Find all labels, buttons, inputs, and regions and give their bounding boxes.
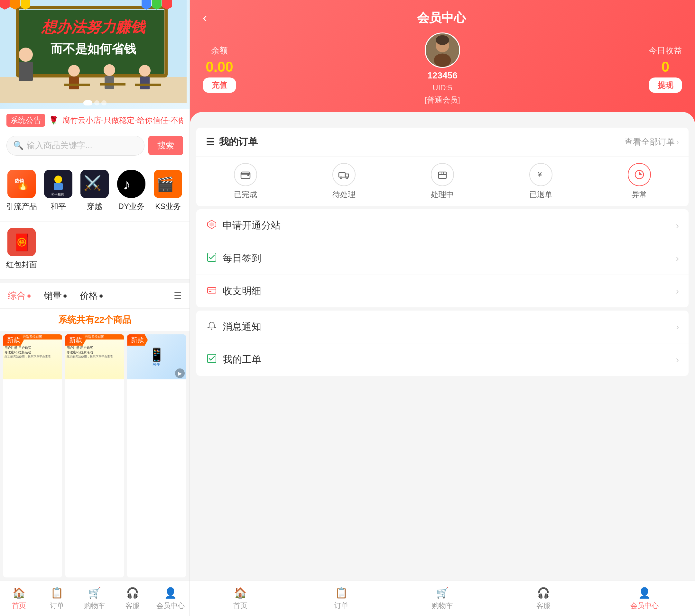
- svg-text:🧧: 🧧: [12, 233, 32, 252]
- orders-title-text: 我的订单: [219, 135, 258, 148]
- nav-item-购物车-right[interactable]: 🛒 购物车: [392, 587, 493, 611]
- order-label-异常: 异常: [632, 189, 647, 200]
- recharge-button[interactable]: 充值: [203, 77, 236, 93]
- order-status-已退单[interactable]: ¥ 已退单: [492, 163, 590, 200]
- nav-label-购物车: 购物车: [84, 601, 105, 611]
- menu-item-申请开通分站[interactable]: 申请开通分站 ›: [196, 209, 689, 242]
- nav-label-客服: 客服: [125, 601, 140, 611]
- nav-item-首页-right[interactable]: 🏠 首页: [190, 587, 291, 611]
- order-icon-truck: [333, 163, 356, 186]
- svg-rect-43: [248, 175, 249, 176]
- bottom-nav-right: 🏠 首页 📋 订单 🛒 购物车 🎧 客服 👤 会员中心: [190, 581, 695, 616]
- product-card-2[interactable]: 云端系统截图 🔥热销 用户注册 用户购买 修改密码 拉新活动 此功能无法使用，联…: [65, 334, 124, 577]
- sort-diamond-销量: ◆: [63, 293, 67, 299]
- nav-item-订单[interactable]: 📋 订单: [38, 587, 76, 611]
- sort-label-综合: 综合: [8, 290, 26, 302]
- order-status-异常[interactable]: 异常: [590, 163, 689, 200]
- back-button[interactable]: ‹: [203, 11, 207, 25]
- view-all-orders[interactable]: 查看全部订单 ›: [625, 136, 679, 147]
- menu-label-申请开通分站: 申请开通分站: [223, 219, 671, 232]
- category-item-和平[interactable]: 和平精英 和平: [40, 166, 77, 215]
- menu-item-消息通知[interactable]: 消息通知 ›: [196, 311, 689, 344]
- order-status-icons: 已完成 待处理: [196, 157, 689, 206]
- category-item-KS业务[interactable]: 🎬 KS业务: [150, 166, 186, 215]
- orders-title: ☰ 我的订单: [206, 135, 258, 148]
- order-label-待处理: 待处理: [333, 189, 356, 200]
- nav-item-订单-right[interactable]: 📋 订单: [291, 587, 392, 611]
- orders-section-header: ☰ 我的订单 查看全部订单 ›: [196, 128, 689, 157]
- svg-point-40: [434, 53, 451, 67]
- product-card-3[interactable]: 📱 APP ▶ 新款: [127, 334, 186, 577]
- menu-item-每日签到[interactable]: 每日签到 ›: [196, 242, 689, 275]
- order-icon-right: 📋: [335, 587, 348, 599]
- nav-label-首页: 首页: [12, 601, 26, 611]
- category-row2: 🧧 红包封面: [0, 222, 189, 280]
- category-icon-ks: 🎬: [154, 170, 182, 198]
- svg-rect-15: [69, 76, 79, 89]
- sort-bar: 综合 ◆ 销量 ◆ 价格 ◆ ☰: [0, 283, 189, 309]
- category-item-引流产品[interactable]: 🔥 热销 引流产品: [3, 166, 40, 215]
- chevron-签到: ›: [676, 253, 679, 264]
- member-content: ☰ 我的订单 查看全部订单 ›: [190, 124, 695, 581]
- svg-rect-21: [100, 83, 125, 86]
- member-header: ‹ 会员中心 余额 0.00 充值: [190, 0, 695, 124]
- svg-text:¥: ¥: [537, 170, 542, 179]
- svg-text:和平精英: 和平精英: [51, 193, 64, 196]
- earnings-amount: 0: [662, 59, 669, 75]
- product-image-3: 📱 APP ▶ 新款: [127, 334, 186, 380]
- svg-rect-54: [207, 289, 216, 290]
- withdraw-button[interactable]: 提现: [649, 77, 682, 93]
- sort-item-价格[interactable]: 价格 ◆: [80, 290, 103, 302]
- svg-point-14: [68, 65, 80, 76]
- category-icon-dy: ♪: [117, 170, 146, 198]
- nav-item-客服-right[interactable]: 🎧 客服: [493, 587, 594, 611]
- chevron-icon: ›: [676, 137, 679, 147]
- order-status-处理中[interactable]: 处理中: [393, 163, 492, 200]
- sort-diamond-价格: ◆: [99, 293, 103, 299]
- list-view-icon[interactable]: ☰: [174, 290, 182, 301]
- products-header: 系统共有22个商品: [0, 309, 189, 331]
- nav-label-会员中心-right: 会员中心: [630, 601, 659, 611]
- svg-rect-47: [439, 172, 446, 178]
- sort-item-综合[interactable]: 综合 ◆: [8, 290, 31, 302]
- svg-text:🎬: 🎬: [156, 176, 174, 193]
- category-icon-hot: 🔥 热销: [7, 170, 36, 198]
- category-item-穿越[interactable]: ⚔️ 穿越: [77, 166, 113, 215]
- nav-item-购物车[interactable]: 🛒 购物车: [76, 587, 114, 611]
- order-status-已完成[interactable]: 已完成: [196, 163, 295, 200]
- balance-section: 余额 0.00 充值: [203, 45, 236, 93]
- order-status-待处理[interactable]: 待处理: [295, 163, 393, 200]
- svg-rect-13: [19, 62, 33, 81]
- order-icon-wallet: [234, 163, 257, 186]
- menu-item-收支明细[interactable]: 收支明细 ›: [196, 275, 689, 307]
- product-image-2: 云端系统截图 🔥热销 用户注册 用户购买 修改密码 拉新活动 此功能无法使用，联…: [65, 334, 124, 380]
- order-icon: 📋: [51, 587, 63, 599]
- nav-item-会员中心-left[interactable]: 👤 会员中心: [152, 587, 189, 611]
- orders-section: ☰ 我的订单 查看全部订单 ›: [196, 128, 689, 206]
- card-icon: [206, 285, 218, 297]
- order-icon-refund: ¥: [529, 163, 553, 186]
- search-input-wrap[interactable]: 🔍 输入商品关键字...: [6, 136, 145, 156]
- notice-bar: 系统公告 🌹 腐竹云小店-只做稳定-给你信任-不做跑路狗-售后稳定: [0, 109, 189, 131]
- category-item-DY业务[interactable]: ♪ DY业务: [113, 166, 150, 215]
- sort-item-销量[interactable]: 销量 ◆: [44, 290, 67, 302]
- sort-label-价格: 价格: [80, 290, 98, 302]
- order-icon-box: [431, 163, 454, 186]
- category-item-红包封面[interactable]: 🧧 红包封面: [3, 225, 40, 273]
- menu-item-我的工单[interactable]: 我的工单 ›: [196, 344, 689, 376]
- category-label-红包封面: 红包封面: [6, 260, 37, 270]
- wave-bottom: [190, 112, 695, 125]
- nav-item-客服[interactable]: 🎧 客服: [114, 587, 152, 611]
- search-placeholder: 输入商品关键字...: [27, 140, 92, 151]
- nav-item-会员中心-right[interactable]: 👤 会员中心: [594, 587, 695, 611]
- nav-item-首页[interactable]: 🏠 首页: [0, 587, 38, 611]
- search-button[interactable]: 搜索: [148, 136, 183, 155]
- page-title: 会员中心: [213, 10, 669, 26]
- search-icon: 🔍: [13, 141, 23, 151]
- menu-label-收支明细: 收支明细: [223, 284, 671, 298]
- product-card-1[interactable]: 云端系统截图 🔥热销 用户注册 用户购买 修改密码 拉新活动 此功能无法使用，联…: [3, 334, 62, 577]
- menu-label-每日签到: 每日签到: [223, 252, 671, 265]
- username: 123456: [427, 70, 457, 81]
- nav-label-订单: 订单: [50, 601, 64, 611]
- svg-text:想办法努力赚钱: 想办法努力赚钱: [41, 19, 146, 35]
